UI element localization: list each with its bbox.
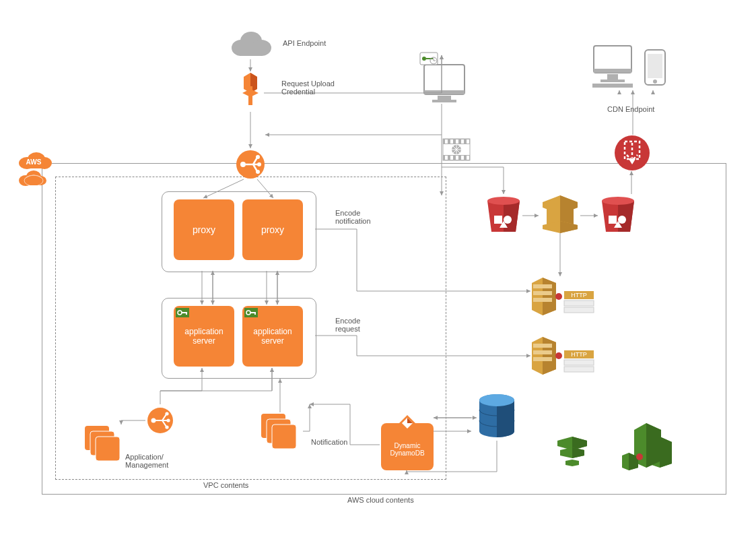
api-endpoint-label: API Endpoint [283,39,326,47]
aws-contents-label: AWS cloud contents [347,496,414,504]
notification-label: Notification [311,438,347,446]
connectors [0,0,756,535]
encode-notification-label: Encode notification [335,209,371,225]
cdn-endpoint-label: CDN Endpoint [607,105,654,113]
encode-request-label: Encode request [335,317,360,333]
vpc-contents-label: VPC contents [203,481,248,489]
app-mgmt-label: Application/ Management [125,453,168,469]
request-upload-label: Request Upload Credential [281,80,335,96]
